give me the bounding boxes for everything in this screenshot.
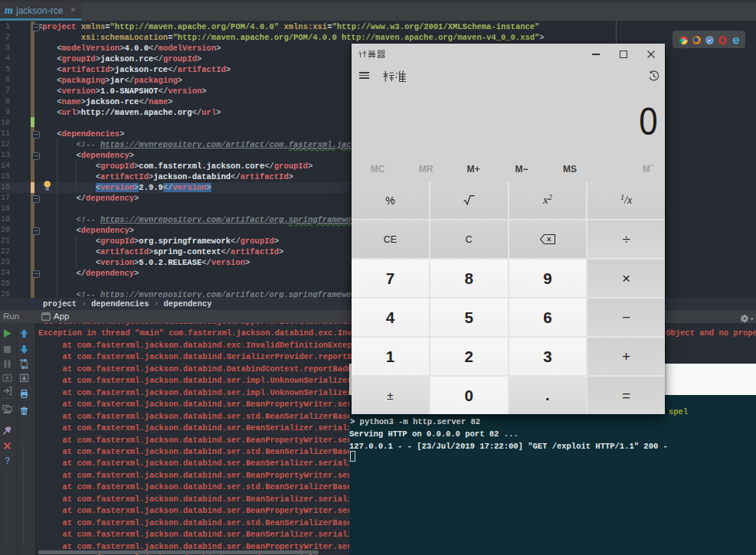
svg-text:?: ? xyxy=(5,455,10,465)
